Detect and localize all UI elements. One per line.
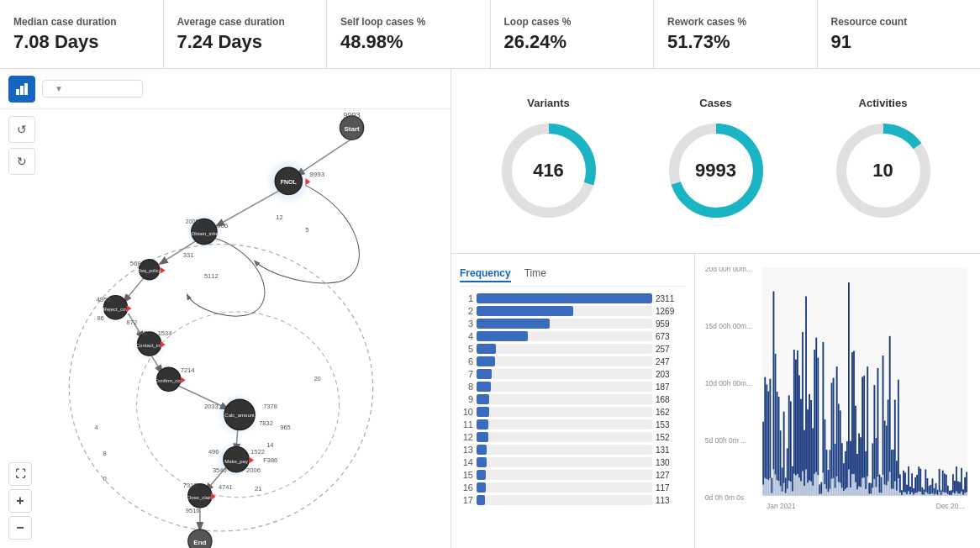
variant-bar-container bbox=[477, 394, 652, 404]
metric-dropdown[interactable]: ▼ bbox=[42, 80, 143, 97]
variant-row: 12 152 bbox=[460, 432, 686, 442]
svg-rect-233 bbox=[881, 477, 883, 493]
kpi-item: Median case duration 7.08 Days bbox=[0, 0, 164, 68]
variants-tab-frequency[interactable]: Frequency bbox=[460, 267, 511, 282]
svg-rect-263 bbox=[906, 485, 908, 494]
svg-rect-155 bbox=[814, 350, 815, 474]
process-map: Start 9993 FNOL 9993 Obtain_info 366 200… bbox=[0, 109, 450, 548]
kpi-value: 91 bbox=[831, 31, 851, 53]
svg-rect-267 bbox=[909, 487, 911, 494]
variant-number: 11 bbox=[460, 419, 473, 429]
svg-text:Reject_cov: Reject_cov bbox=[103, 307, 129, 312]
variant-row: 4 673 bbox=[460, 331, 686, 341]
variant-bar bbox=[477, 319, 550, 329]
svg-rect-169 bbox=[826, 450, 828, 488]
svg-text:86: 86 bbox=[97, 314, 103, 322]
variant-count: 162 bbox=[656, 408, 686, 417]
svg-rect-161 bbox=[819, 484, 820, 493]
svg-rect-111 bbox=[777, 392, 778, 480]
svg-text:4: 4 bbox=[94, 424, 97, 431]
svg-text:14: 14 bbox=[266, 441, 273, 449]
variant-bar bbox=[477, 432, 488, 442]
variant-bar bbox=[477, 344, 496, 354]
svg-rect-211 bbox=[861, 377, 863, 477]
variants-tab-time[interactable]: Time bbox=[524, 267, 546, 282]
svg-text:20d 00h 00m...: 20d 00h 00m... bbox=[705, 267, 752, 273]
donut-value: 10 bbox=[872, 160, 893, 182]
svg-rect-181 bbox=[836, 366, 838, 476]
kpi-label: Median case duration bbox=[13, 16, 117, 28]
variant-row: 1 2311 bbox=[460, 293, 686, 303]
variant-count: 247 bbox=[656, 357, 686, 366]
variant-number: 3 bbox=[460, 319, 473, 329]
variant-row: 6 247 bbox=[460, 356, 686, 366]
chart-icon-btn[interactable] bbox=[8, 76, 35, 103]
variant-row: 14 130 bbox=[460, 457, 686, 467]
variant-bar-container bbox=[477, 344, 652, 354]
variant-number: 16 bbox=[460, 482, 473, 493]
chevron-down-icon: ▼ bbox=[55, 84, 63, 93]
variant-count: 673 bbox=[656, 332, 686, 341]
svg-text:8: 8 bbox=[103, 450, 106, 457]
svg-text:Close_claim: Close_claim bbox=[187, 495, 214, 500]
variant-count: 187 bbox=[656, 382, 686, 392]
variant-number: 9 bbox=[460, 394, 473, 404]
svg-text:1534: 1534 bbox=[158, 329, 172, 337]
variant-bar-container bbox=[477, 382, 652, 392]
variant-bar-container bbox=[477, 445, 652, 455]
variant-row: 17 113 bbox=[460, 495, 686, 505]
svg-rect-159 bbox=[817, 358, 819, 476]
svg-text:0d 0h 0m 0s: 0d 0h 0m 0s bbox=[705, 493, 745, 503]
svg-rect-199 bbox=[851, 352, 853, 474]
variant-number: 13 bbox=[460, 445, 473, 455]
svg-rect-231 bbox=[879, 475, 881, 493]
svg-text:1522: 1522 bbox=[250, 448, 265, 456]
variant-bar bbox=[477, 482, 486, 493]
svg-rect-299 bbox=[937, 490, 939, 495]
svg-rect-333 bbox=[966, 472, 967, 492]
svg-rect-105 bbox=[772, 478, 773, 493]
variant-number: 14 bbox=[460, 457, 473, 467]
svg-text:0: 0 bbox=[103, 475, 106, 482]
variant-count: 257 bbox=[656, 345, 686, 354]
svg-text:12: 12 bbox=[276, 213, 282, 221]
donut-section: Variants 416 Cases 9993 Activities bbox=[451, 69, 980, 254]
zoom-in-btn[interactable]: + bbox=[8, 489, 32, 513]
svg-rect-249 bbox=[894, 400, 896, 482]
main-content: ▼ ↺ ↻ bbox=[0, 69, 980, 548]
svg-rect-285 bbox=[925, 470, 926, 492]
svg-rect-99 bbox=[766, 384, 767, 478]
variant-bar-container bbox=[477, 457, 652, 467]
svg-rect-135 bbox=[797, 350, 798, 474]
svg-rect-269 bbox=[911, 473, 913, 492]
svg-rect-197 bbox=[850, 441, 851, 487]
svg-rect-247 bbox=[893, 450, 894, 489]
svg-rect-301 bbox=[939, 469, 940, 492]
kpi-item: Rework cases % 51.73% bbox=[654, 0, 818, 68]
svg-rect-153 bbox=[812, 428, 814, 485]
svg-rect-241 bbox=[888, 400, 889, 482]
variant-count: 152 bbox=[656, 433, 686, 442]
svg-rect-287 bbox=[927, 478, 929, 493]
variant-number: 6 bbox=[460, 356, 473, 366]
variant-row: 10 162 bbox=[460, 407, 686, 417]
variant-count: 130 bbox=[656, 458, 686, 467]
svg-rect-291 bbox=[930, 485, 932, 494]
svg-text:Jan 2021: Jan 2021 bbox=[767, 502, 796, 511]
variant-bar bbox=[477, 445, 487, 455]
zoom-out-btn[interactable]: − bbox=[8, 516, 32, 540]
variant-row: 13 131 bbox=[460, 445, 686, 455]
svg-marker-51 bbox=[181, 377, 186, 383]
svg-rect-327 bbox=[961, 468, 962, 492]
right-panel: Variants 416 Cases 9993 Activities bbox=[451, 69, 980, 548]
svg-rect-109 bbox=[775, 354, 777, 475]
svg-text:648: 648 bbox=[137, 329, 148, 337]
kpi-label: Resource count bbox=[831, 16, 908, 28]
svg-marker-34 bbox=[161, 267, 166, 274]
svg-text:568: 568 bbox=[130, 260, 142, 267]
svg-text:2006: 2006 bbox=[246, 466, 261, 474]
svg-rect-243 bbox=[889, 336, 891, 472]
svg-rect-205 bbox=[856, 454, 858, 489]
donut-chart: 9993 bbox=[661, 116, 771, 225]
fullscreen-btn[interactable]: ⛶ bbox=[8, 462, 32, 486]
